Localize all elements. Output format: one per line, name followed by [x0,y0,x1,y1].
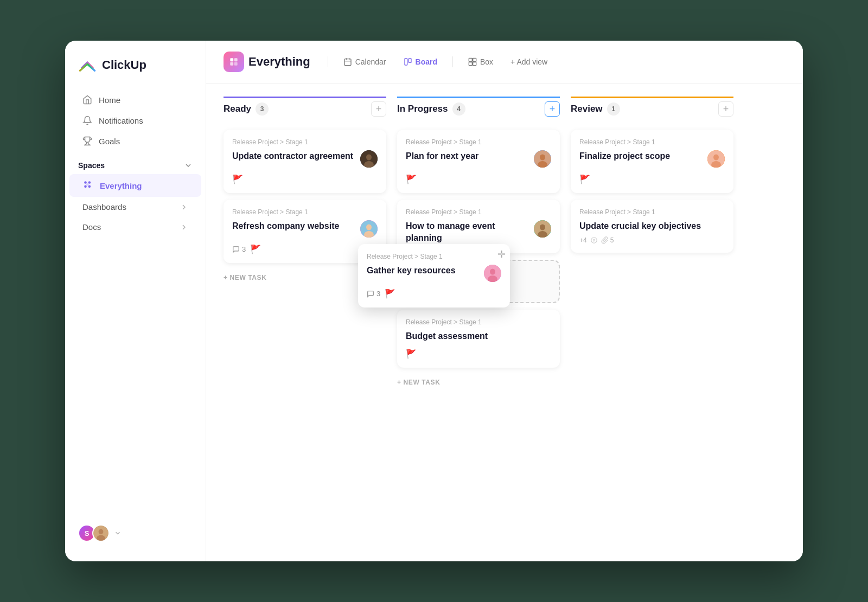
card-title-3: Plan for next year [406,150,529,162]
tab-calendar[interactable]: Calendar [337,54,393,69]
svg-point-29 [540,155,545,161]
column-title-review: Review [571,104,603,114]
card-title-2: Refresh company website [232,220,356,232]
card-footer-1: 🚩 [232,174,378,184]
flag-red-6: 🚩 [579,174,590,184]
sidebar-dashboards-label: Dashboards [82,202,126,212]
plus4-label: +4 [579,236,587,244]
column-title-group-in-progress: In Progress 4 [397,103,465,116]
column-ready: Ready 3 + Release Project > Stage 1 Upda… [224,97,386,548]
avatar-face-3 [534,150,551,168]
new-task-in-progress[interactable]: + NEW TASK [397,374,560,390]
card-breadcrumb-5: Release Project > Stage 1 [406,318,551,326]
avatar-stack[interactable]: S [78,524,110,542]
svg-point-35 [713,155,719,161]
chevron-right-docs-icon [180,223,188,232]
card-breadcrumb-4: Release Project > Stage 1 [406,208,551,216]
card-finalize-scope[interactable]: Release Project > Stage 1 Finalize proje… [571,130,733,193]
sidebar-home-label: Home [99,95,120,105]
card-title-6: Finalize project scope [579,150,703,162]
column-title-in-progress: In Progress [397,104,448,114]
card-budget-assessment[interactable]: Release Project > Stage 1 Budget assessm… [397,310,560,368]
svg-point-32 [540,225,545,230]
avatar-face-1 [360,150,378,168]
floating-card-container: ✛ Release Project > Stage 1 Gather key r… [358,249,510,308]
card-footer-2: 3 🚩 [232,244,378,254]
card-breadcrumb-2: Release Project > Stage 1 [232,208,378,216]
comment-icon-7 [590,236,598,244]
svg-point-39 [490,269,495,275]
user-chevron-icon [114,529,122,537]
card-footer-6: 🚩 [579,174,725,184]
chevron-right-icon [180,203,188,212]
add-view-button[interactable]: + Add view [504,54,554,69]
svg-point-26 [366,225,372,230]
app-window: ClickUp Home Notifications Goals Spaces [65,41,803,561]
sidebar-item-everything[interactable]: Everything [69,174,201,197]
card-update-contractor[interactable]: Release Project > Stage 1 Update contrac… [224,130,386,193]
sidebar-item-home[interactable]: Home [69,89,201,110]
sidebar-item-goals[interactable]: Goals [69,131,201,151]
floating-avatar-face [484,265,501,282]
tab-board[interactable]: Board [397,54,444,69]
card-avatar-1 [360,150,378,168]
card-top-6: Finalize project scope [579,150,725,168]
floating-flag-green: 🚩 [385,289,395,299]
sidebar-item-docs[interactable]: Docs [69,217,201,237]
card-plan-next-year[interactable]: Release Project > Stage 1 Plan for next … [397,130,560,193]
comment-count-2: 3 [232,245,246,253]
card-title-1: Update contractor agreement [232,150,356,162]
column-add-ready[interactable]: + [371,101,386,117]
floating-comment-count: 3 [367,290,380,298]
card-breadcrumb-6: Release Project > Stage 1 [579,138,725,146]
svg-rect-19 [473,58,476,61]
tab-board-label: Board [416,57,437,66]
card-title-4: How to manage event planning [406,220,529,245]
svg-point-6 [99,529,104,535]
card-breadcrumb-3: Release Project > Stage 1 [406,138,551,146]
bell-icon [82,116,92,125]
card-title-5: Budget assessment [406,330,551,342]
tab-box[interactable]: Box [462,54,500,69]
sidebar-item-dashboards[interactable]: Dashboards [69,197,201,217]
attachment-meta-7: 5 [601,236,614,244]
trophy-icon [82,136,92,146]
svg-point-7 [97,535,105,542]
logo-text: ClickUp [102,58,146,72]
column-count-ready: 3 [256,103,269,116]
column-add-review[interactable]: + [718,101,733,117]
user-face-icon [93,524,108,542]
column-title-ready: Ready [224,104,251,114]
flag-green-2: 🚩 [250,244,261,254]
sidebar-everything-label: Everything [100,181,142,190]
calendar-icon [343,57,352,66]
svg-rect-17 [409,59,411,62]
clickup-logo-icon [78,56,97,74]
page-title: Everything [248,55,310,69]
card-footer-5: 🚩 [406,349,551,359]
card-update-objectives[interactable]: Release Project > Stage 1 Update crucial… [571,200,733,253]
card-top-4: How to manage event planning [406,220,551,245]
tab-calendar-label: Calendar [355,57,386,66]
comment-icon-2 [232,246,240,253]
comment-count-label-2: 3 [242,245,246,253]
flag-yellow-1: 🚩 [232,174,243,184]
column-count-review: 1 [607,103,620,116]
box-icon [468,57,477,66]
board-icon [404,57,412,66]
column-header-in-progress: In Progress 4 + [397,97,560,123]
svg-rect-16 [405,59,407,65]
chevron-down-icon [184,161,193,170]
floating-card[interactable]: ✛ Release Project > Stage 1 Gather key r… [358,244,510,308]
floating-comment-label: 3 [376,290,380,298]
column-count-in-progress: 4 [452,103,465,116]
svg-rect-10 [230,62,233,66]
column-add-in-progress[interactable]: + [545,101,560,117]
floating-card-breadcrumb: Release Project > Stage 1 [367,253,501,260]
comment-meta-7 [590,236,598,244]
sidebar-bottom: S [65,516,206,550]
avatar-face-6 [707,150,725,168]
column-header-review: Review 1 + [571,97,733,123]
sidebar-item-notifications[interactable]: Notifications [69,110,201,131]
column-header-ready: Ready 3 + [224,97,386,123]
